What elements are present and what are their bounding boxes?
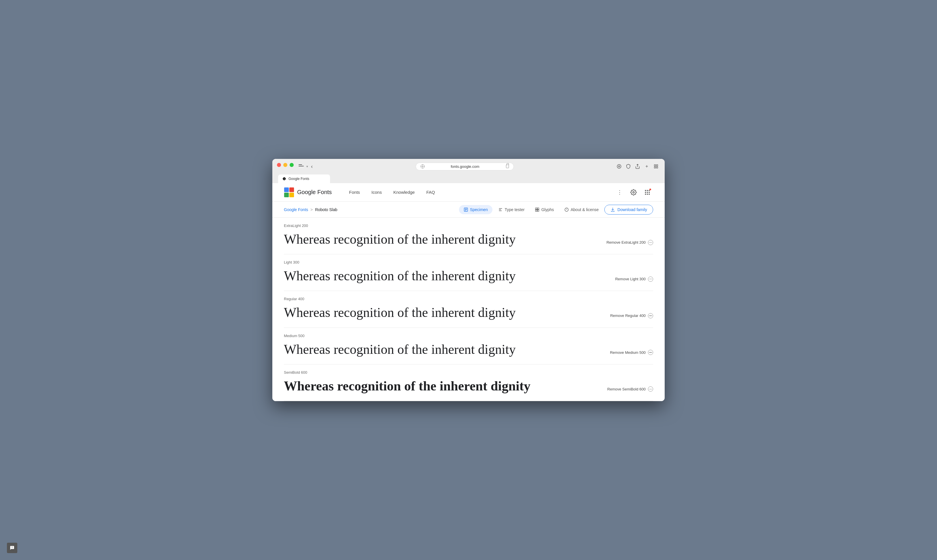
breadcrumb-home[interactable]: Google Fonts: [284, 207, 308, 212]
download-icon: [610, 207, 615, 212]
nav-fonts[interactable]: Fonts: [349, 190, 360, 195]
google-logo-icon: [284, 187, 294, 197]
specimen-icon: [464, 207, 468, 212]
sub-nav: Google Fonts > Roboto Slab Specimen: [272, 202, 665, 218]
font-sample-text-extralight: Whereas recognition of the inherent dign…: [284, 231, 599, 247]
font-weight-label-extralight: ExtraLight 200: [284, 223, 653, 228]
font-section-extralight: ExtraLight 200 Whereas recognition of th…: [284, 218, 653, 254]
svg-rect-28: [535, 208, 537, 209]
font-sample-text-light: Whereas recognition of the inherent dign…: [284, 268, 608, 284]
svg-rect-29: [538, 208, 539, 209]
nav-knowledge[interactable]: Knowledge: [393, 190, 415, 195]
tab-bar: 🅖 Google Fonts: [277, 174, 660, 183]
windows-btn[interactable]: [652, 162, 660, 171]
back-btn[interactable]: ‹: [309, 163, 314, 170]
minus-circle-medium: [648, 350, 653, 355]
svg-rect-7: [284, 187, 289, 192]
type-tester-icon: [498, 207, 503, 212]
remove-light-btn[interactable]: Remove Light 300: [615, 275, 653, 283]
nav-icons[interactable]: Icons: [371, 190, 382, 195]
breadcrumb: Google Fonts > Roboto Slab: [284, 207, 337, 212]
svg-rect-3: [656, 165, 658, 166]
svg-rect-15: [645, 192, 646, 193]
share-btn[interactable]: [633, 162, 641, 171]
apps-btn[interactable]: [641, 186, 653, 198]
address-bar[interactable]: fonts.google.com: [416, 163, 514, 171]
svg-rect-16: [647, 192, 648, 193]
font-sample-text-regular: Whereas recognition of the inherent dign…: [284, 305, 603, 320]
tab-about[interactable]: About & license: [559, 205, 603, 214]
font-weight-label-light: Light 300: [284, 260, 653, 265]
remove-extralight-btn[interactable]: Remove ExtraLight 200: [606, 239, 653, 246]
font-weight-label-regular: Regular 400: [284, 297, 653, 301]
lock-icon: [506, 165, 509, 168]
remove-regular-btn[interactable]: Remove Regular 400: [610, 312, 653, 320]
svg-point-0: [617, 165, 621, 168]
font-list: ExtraLight 200 Whereas recognition of th…: [272, 218, 665, 401]
svg-rect-20: [649, 194, 650, 195]
font-section-light: Light 300 Whereas recognition of the inh…: [284, 254, 653, 291]
font-sample-text-medium: Whereas recognition of the inherent dign…: [284, 342, 603, 357]
svg-point-11: [633, 191, 634, 193]
minimize-btn[interactable]: [283, 163, 287, 167]
browser-actions: +: [615, 162, 660, 171]
nav-icons: ⋮: [614, 186, 653, 198]
tab-specimen[interactable]: Specimen: [459, 205, 492, 214]
svg-point-1: [618, 166, 620, 167]
remove-semibold-btn[interactable]: Remove SemiBold 600: [607, 385, 653, 393]
more-options-btn[interactable]: ⋮: [614, 186, 626, 198]
tab-type-tester[interactable]: Type tester: [493, 205, 529, 214]
top-nav: Google Fonts Fonts Icons Knowledge FAQ ⋮: [272, 183, 665, 202]
svg-rect-5: [656, 167, 658, 168]
globe-icon: [421, 165, 425, 168]
minus-circle-regular: [648, 313, 653, 318]
tab-dropdown-btn[interactable]: ▾: [305, 164, 309, 169]
extensions-btn[interactable]: [615, 162, 623, 171]
nav-links: Fonts Icons Knowledge FAQ: [349, 190, 614, 195]
about-icon: [564, 207, 569, 212]
svg-rect-10: [289, 192, 294, 197]
font-weight-label-medium: Medium 500: [284, 334, 653, 338]
sidebar-toggle-btn[interactable]: [297, 163, 305, 169]
settings-btn[interactable]: [628, 186, 639, 198]
svg-rect-4: [654, 167, 656, 168]
svg-text:🅖: 🅖: [283, 177, 286, 180]
feedback-btn[interactable]: [7, 543, 17, 553]
shield-btn[interactable]: [624, 162, 632, 171]
svg-rect-13: [647, 190, 648, 191]
svg-rect-2: [654, 165, 656, 166]
svg-rect-31: [538, 210, 539, 211]
svg-rect-12: [645, 190, 646, 191]
app-content: Google Fonts Fonts Icons Knowledge FAQ ⋮: [272, 183, 665, 401]
tab-group: Specimen Type tester Glyphs: [459, 205, 653, 215]
download-family-btn[interactable]: Download family: [604, 205, 653, 215]
notification-dot: [649, 188, 651, 191]
traffic-lights: [277, 163, 294, 167]
browser-tab[interactable]: 🅖 Google Fonts: [278, 174, 330, 183]
font-sample-text-semibold: Whereas recognition of the inherent dign…: [284, 378, 600, 394]
address-url: fonts.google.com: [427, 165, 503, 169]
minus-circle-extralight: [648, 240, 653, 245]
new-tab-btn[interactable]: +: [643, 162, 651, 171]
glyphs-icon: [535, 207, 539, 212]
browser-chrome: ▾ ‹ fonts.google.com: [272, 159, 665, 183]
tab-favicon: 🅖: [283, 177, 287, 181]
address-bar-wrap: fonts.google.com: [314, 163, 615, 171]
svg-rect-18: [645, 194, 646, 195]
logo[interactable]: Google Fonts: [284, 187, 332, 197]
remove-medium-btn[interactable]: Remove Medium 500: [610, 349, 653, 356]
font-weight-label-semibold: SemiBold 600: [284, 370, 653, 375]
maximize-btn[interactable]: [290, 163, 294, 167]
svg-rect-8: [289, 187, 294, 192]
font-section-semibold: SemiBold 600 Whereas recognition of the …: [284, 365, 653, 401]
svg-rect-30: [535, 210, 537, 211]
close-btn[interactable]: [277, 163, 281, 167]
logo-text: Google Fonts: [297, 189, 332, 195]
minus-circle-light: [648, 277, 653, 282]
font-sample-row-regular: Whereas recognition of the inherent dign…: [284, 305, 653, 320]
font-sample-row-medium: Whereas recognition of the inherent dign…: [284, 342, 653, 357]
tab-title: Google Fonts: [288, 177, 309, 181]
tab-glyphs[interactable]: Glyphs: [530, 205, 558, 214]
nav-faq[interactable]: FAQ: [426, 190, 435, 195]
svg-rect-9: [284, 192, 289, 197]
